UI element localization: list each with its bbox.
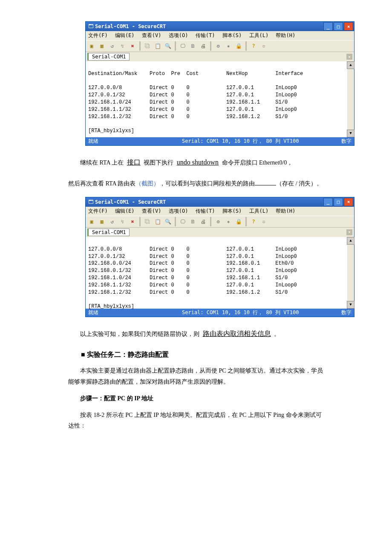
menu-transfer[interactable]: 传输(T) bbox=[196, 32, 215, 38]
scrollbar[interactable]: ▲ ▼ bbox=[347, 237, 354, 309]
disconnect-icon[interactable]: ↯ bbox=[118, 42, 127, 50]
paragraph-1: 继续在 RTA 上在 接口 视图下执行 undo shutdown 命令开启接口… bbox=[68, 154, 324, 171]
tab-close-icon[interactable]: × bbox=[346, 229, 352, 235]
separator-icon bbox=[175, 217, 176, 226]
close-button[interactable]: × bbox=[344, 198, 353, 206]
menu-options[interactable]: 选项(O) bbox=[169, 208, 188, 214]
menu-tools[interactable]: 工具(L) bbox=[249, 32, 269, 38]
help-icon[interactable]: ? bbox=[249, 42, 258, 50]
separator-icon bbox=[175, 41, 176, 51]
menu-help[interactable]: 帮助(H) bbox=[276, 208, 295, 214]
terminal-line: 127.0.0.0/8 Direct 0 0 127.0.0.1 InLoop0 bbox=[88, 85, 297, 91]
quick-connect-icon[interactable]: ▦ bbox=[98, 42, 106, 50]
menu-view[interactable]: 查看(V) bbox=[142, 32, 161, 38]
quick-connect-icon[interactable]: ▦ bbox=[98, 217, 106, 226]
terminal-line: 192.168.0.1/32 Direct 0 0 127.0.0.1 InLo… bbox=[88, 268, 297, 274]
options-icon[interactable]: ⚙ bbox=[214, 217, 222, 226]
menu-transfer[interactable]: 传输(T) bbox=[196, 208, 215, 214]
status-info: Serial: COM1 10, 16 10 行， 80 列 VT100 bbox=[182, 309, 333, 316]
lock-icon[interactable]: 🔒 bbox=[234, 42, 243, 50]
tabbar: Serial-COM1 × bbox=[86, 228, 354, 237]
copy-icon[interactable]: ⿻ bbox=[143, 217, 152, 226]
scroll-down-icon[interactable]: ▼ bbox=[347, 301, 355, 309]
menu-file[interactable]: 文件(F) bbox=[88, 208, 108, 214]
scroll-up-icon[interactable]: ▲ bbox=[347, 237, 355, 245]
about-icon[interactable]: ▫ bbox=[259, 42, 268, 50]
separator-icon bbox=[245, 41, 247, 51]
separator-icon bbox=[139, 41, 141, 51]
menu-edit[interactable]: 编辑(E) bbox=[115, 208, 135, 214]
menu-tools[interactable]: 工具(L) bbox=[249, 208, 269, 214]
session-icon[interactable]: 🖵 bbox=[179, 42, 187, 50]
text: 然后再次查看 RTA 路由表 bbox=[68, 180, 135, 187]
stop-icon[interactable]: ✖ bbox=[128, 217, 137, 226]
separator-icon bbox=[245, 217, 247, 226]
fill-in-2: undo shutdown bbox=[175, 159, 220, 166]
maximize-button[interactable]: □ bbox=[334, 22, 343, 31]
close-button[interactable]: × bbox=[344, 22, 353, 31]
log-icon[interactable]: 🗎 bbox=[189, 217, 197, 226]
lock-icon[interactable]: 🔒 bbox=[234, 217, 243, 226]
menu-edit[interactable]: 编辑(E) bbox=[115, 32, 135, 38]
session-icon[interactable]: 🖵 bbox=[179, 217, 187, 226]
terminal-line: 192.168.1.2/32 Direct 0 0 192.168.1.2 S1… bbox=[88, 114, 288, 120]
terminal-line: 192.168.1.0/24 Direct 0 0 192.168.1.1 S1… bbox=[88, 275, 288, 281]
titlebar[interactable]: 🗔 Serial-COM1 - SecureCRT _ □ × bbox=[86, 22, 354, 31]
terminal-output[interactable]: 127.0.0.0/8 Direct 0 0 127.0.0.1 InLoop0… bbox=[86, 237, 354, 309]
paste-icon[interactable]: 📋 bbox=[153, 217, 162, 226]
maximize-button[interactable]: □ bbox=[334, 198, 343, 206]
menu-script[interactable]: 脚本(S) bbox=[222, 32, 242, 38]
print-icon[interactable]: 🖨 bbox=[199, 217, 208, 226]
help-icon[interactable]: ? bbox=[249, 217, 258, 226]
terminal-line: Destination/Mask Proto Pre Cost NextHop … bbox=[88, 71, 303, 77]
settings-icon[interactable]: ✷ bbox=[224, 42, 233, 50]
minimize-button[interactable]: _ bbox=[323, 22, 333, 31]
fill-in-3: 路由表内取消相关信息 bbox=[201, 330, 273, 337]
connect-icon[interactable]: ▣ bbox=[87, 42, 96, 50]
tab-close-icon[interactable]: × bbox=[346, 54, 352, 60]
securecrt-window-1: 🗔 Serial-COM1 - SecureCRT _ □ × 文件(F) 编辑… bbox=[85, 21, 355, 146]
app-icon: 🗔 bbox=[88, 23, 93, 29]
terminal-output[interactable]: Destination/Mask Proto Pre Cost NextHop … bbox=[86, 61, 354, 137]
fill-in-1: 接口 bbox=[125, 159, 142, 166]
terminal-line: 192.168.0.0/24 Direct 0 0 192.168.0.1 Et… bbox=[88, 260, 294, 266]
securecrt-window-2: 🗔 Serial-COM1 - SecureCRT _ □ × 文件(F) 编辑… bbox=[85, 197, 355, 317]
menu-script[interactable]: 脚本(S) bbox=[222, 208, 242, 214]
paragraph-2: 以上实验可知，如果我们关闭链路层协议，则 路由表内取消相关信息 。 bbox=[68, 326, 324, 342]
terminal-line: 192.168.1.2/32 Direct 0 0 192.168.1.2 S1… bbox=[88, 289, 288, 295]
reconnect-icon[interactable]: ↺ bbox=[108, 42, 116, 50]
print-icon[interactable]: 🖨 bbox=[199, 42, 208, 50]
log-icon[interactable]: 🗎 bbox=[189, 42, 197, 50]
settings-icon[interactable]: ✷ bbox=[224, 217, 233, 226]
scrollbar[interactable]: ▲ ▼ bbox=[347, 61, 354, 137]
about-icon[interactable]: ▫ bbox=[259, 217, 268, 226]
terminal-line: 192.168.1.0/24 Direct 0 0 192.168.1.1 S1… bbox=[88, 99, 288, 105]
menubar: 文件(F) 编辑(E) 查看(V) 选项(O) 传输(T) 脚本(S) 工具(L… bbox=[86, 31, 354, 40]
find-icon[interactable]: 🔍 bbox=[164, 217, 172, 226]
task-2-p2: 按表 18-2 所示在 PC 上配置 IP 地址和网关。配置完成后，在 PC 上… bbox=[68, 410, 324, 431]
tabbar: Serial-COM1 × bbox=[86, 52, 354, 61]
disconnect-icon[interactable]: ↯ bbox=[118, 217, 127, 226]
scroll-up-icon[interactable]: ▲ bbox=[347, 61, 355, 69]
menu-view[interactable]: 查看(V) bbox=[142, 208, 161, 214]
terminal-line: 192.168.1.1/32 Direct 0 0 127.0.0.1 InLo… bbox=[88, 282, 297, 288]
toolbar: ▣ ▦ ↺ ↯ ✖ ⿻ 📋 🔍 🖵 🗎 🖨 ⚙ ✷ 🔒 ? ▫ bbox=[86, 40, 354, 52]
toolbar: ▣ ▦ ↺ ↯ ✖ ⿻ 📋 🔍 🖵 🗎 🖨 ⚙ ✷ 🔒 ? ▫ bbox=[86, 216, 354, 228]
menu-help[interactable]: 帮助(H) bbox=[276, 32, 295, 38]
minimize-button[interactable]: _ bbox=[323, 198, 333, 206]
connect-icon[interactable]: ▣ bbox=[87, 217, 96, 226]
session-tab[interactable]: Serial-COM1 bbox=[87, 228, 130, 236]
options-icon[interactable]: ⚙ bbox=[214, 42, 222, 50]
menu-options[interactable]: 选项(O) bbox=[169, 32, 188, 38]
titlebar[interactable]: 🗔 Serial-COM1 - SecureCRT _ □ × bbox=[86, 197, 354, 207]
scroll-down-icon[interactable]: ▼ bbox=[347, 130, 355, 137]
stop-icon[interactable]: ✖ bbox=[128, 42, 137, 50]
terminal-line: [RTA_hbylxlyxs] bbox=[88, 128, 134, 134]
menu-file[interactable]: 文件(F) bbox=[88, 32, 108, 38]
paste-icon[interactable]: 📋 bbox=[153, 42, 162, 50]
reconnect-icon[interactable]: ↺ bbox=[108, 217, 116, 226]
copy-icon[interactable]: ⿻ bbox=[143, 42, 152, 50]
session-tab[interactable]: Serial-COM1 bbox=[87, 53, 130, 61]
find-icon[interactable]: 🔍 bbox=[164, 42, 172, 50]
separator-icon bbox=[210, 41, 211, 51]
